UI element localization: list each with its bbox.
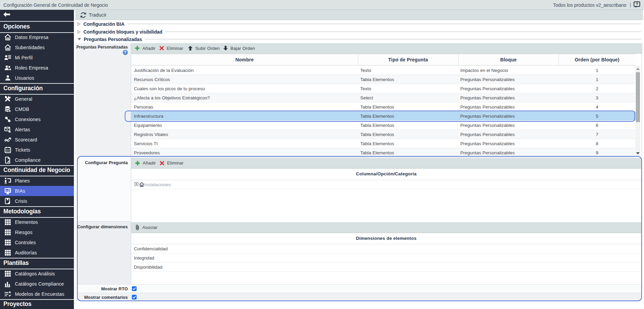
svg-text:?: ?: [636, 2, 638, 6]
